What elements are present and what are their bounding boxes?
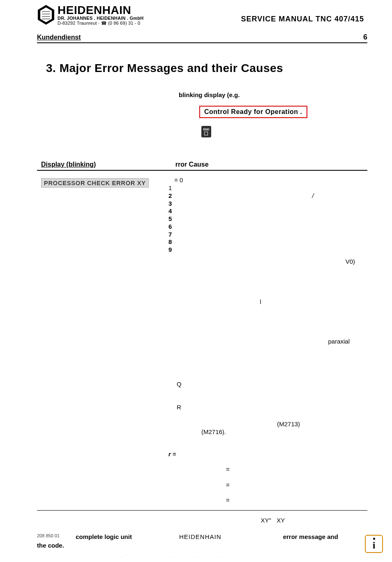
end-key-label: END: [203, 128, 209, 131]
end-line-1: The error message can be cancelled by pr…: [76, 125, 201, 139]
x-key: 5: [168, 215, 185, 223]
x-row: 4CPU 68000: division by zero: [168, 207, 367, 215]
y-row: 6 (no function): [168, 314, 367, 321]
x-row: 3CPU 68000: illegal command: [168, 200, 367, 208]
x-key: 3: [168, 200, 185, 208]
x-value: CPU 68000: CHK-TRAPV commands: [191, 215, 294, 223]
y-row: 1 Main program faulty (IC-P4): [168, 275, 367, 283]
x-key: 6: [168, 223, 185, 231]
para-paraxial: Filed main program would lead to a parax…: [168, 338, 367, 353]
intro-l1-after: inverse in the display head line.: [243, 91, 329, 98]
control-ready-row: Control Ready for Operation .: [37, 106, 367, 118]
footer-paragraph: If the error message "Processor check er…: [37, 516, 367, 550]
intro-line-1: Major Errors are displayed in the blinki…: [37, 91, 367, 98]
x-value: CPU 68000 has failed self-test (TRAP and…: [191, 184, 361, 192]
processor-check-box: PROCESSOR CHECK ERROR XY: [41, 178, 149, 188]
para-m2713: Calling axis: tool axis (M2713) plane ax…: [168, 420, 367, 436]
para-q-r: NC error message during arithmetic opera…: [168, 357, 367, 419]
x-code-list: X = 0CRC sum of the EPROMs is wrong1CPU …: [168, 176, 367, 254]
y-code-list: Y = 0 Main program faulty (IC-P5, only i…: [168, 267, 367, 321]
table-header-row: Display (blinking) Error Cause: [37, 161, 367, 171]
kundendienst-row: Kundendienst 6: [37, 33, 367, 43]
y-v0: V0): [346, 258, 367, 266]
x-key: 8: [168, 238, 185, 246]
control-ready-box: Control Ready for Operation .: [199, 106, 307, 118]
address-line: D-83292 Traunreut · ☎ (0 86 69) 31 - 0: [58, 21, 143, 26]
x-row: 8CPU 68000: undefined interrupt triggere…: [168, 238, 367, 246]
x-key: 9: [168, 246, 185, 254]
brand-name: HEIDENHAIN: [58, 4, 143, 16]
x-key: 7: [168, 231, 185, 239]
x-value: CPU 68000: privilege violation: [191, 223, 274, 231]
section-title: 3. Major Error Messages and their Causes: [46, 62, 367, 75]
y-row: 2 Main program or export restriction fau…: [168, 283, 367, 290]
y-row: 3 NC texts faulty (IC-P6): [168, 290, 367, 298]
x-value: CRC sum of the EPROMs is wrong: [191, 176, 287, 184]
x-value: CPU 68000: division by zero: [191, 207, 269, 215]
manual-title: SERVICE MANUAL TNC 407/415: [241, 7, 367, 23]
bottom-rule: [37, 510, 367, 511]
end-line-2b: key (instead of: [302, 139, 367, 146]
intro-l1-left: Major Errors are displayed in the: [37, 91, 179, 98]
x-value: (no function): [191, 231, 226, 239]
page-noise: [0, 550, 392, 562]
header: HEIDENHAIN DR. JOHANNES . HEIDENHAIN . G…: [37, 0, 367, 26]
para-r-eq: r = = 0 coordinates for circle centre 84…: [168, 443, 367, 504]
x-row: 6CPU 68000: privilege violation: [168, 223, 367, 231]
y-header: Y is only displayed if X indicated an EP…: [168, 258, 367, 266]
col-error-cause: X = 0CRC sum of the EPROMs is wrong1CPU …: [168, 176, 367, 504]
th-display: Display (blinking): [37, 161, 173, 168]
x-key: 2: [168, 192, 185, 200]
table-body: PROCESSOR CHECK ERROR XY X = 0CRC sum of…: [37, 176, 367, 504]
x-row: 5CPU 68000: CHK-TRAPV commands: [168, 215, 367, 223]
b-the-code: the code.: [37, 542, 64, 549]
page-number: 6: [363, 33, 367, 42]
x-row: X = 0CRC sum of the EPROMs is wrong: [168, 176, 367, 184]
end-row-2: switching off the main switch). key (ins…: [37, 139, 367, 146]
x-value: (no function): [191, 246, 226, 254]
x-value: CPU 68000: address / bus error: [191, 192, 340, 200]
x-key: 1: [168, 184, 185, 192]
x-row: 7(no function): [168, 231, 367, 239]
x-key: 4: [168, 207, 185, 215]
x-value: CPU 68000: illegal command: [191, 200, 271, 208]
b-complete-logic-unit: complete logic unit: [76, 533, 132, 540]
y-row: Y = 0 Main program faulty (IC-P5, only i…: [168, 267, 367, 275]
blinking-display-label: blinking display (e.g.: [179, 91, 240, 98]
y-row: 4 PLC program faulty (IC-P2)l: [168, 298, 367, 306]
x-key: X = 0: [168, 176, 185, 184]
b-error-message-and: error message and: [283, 533, 338, 540]
x-value: CPU 68000: undefined interrupt triggered: [191, 238, 304, 246]
logo-block: HEIDENHAIN DR. JOHANNES . HEIDENHAIN . G…: [37, 4, 143, 26]
logo-icon: [37, 4, 55, 26]
kundendienst-label: Kundendienst: [37, 34, 81, 41]
end-key-icon[interactable]: END: [201, 126, 211, 137]
x-row: 1CPU 68000 has failed self-test (TRAP an…: [168, 184, 367, 192]
th-error-cause: Error Cause: [173, 161, 209, 168]
end-row: The error message can be cancelled by pr…: [37, 125, 367, 139]
x-row: 9(no function): [168, 246, 367, 254]
col-display: PROCESSOR CHECK ERROR XY: [37, 176, 168, 504]
y-row: 5 Dialog texts faulty (IC-P7 or IC-P8): [168, 306, 367, 314]
x-row: 2CPU 68000: address / bus error: [168, 192, 367, 200]
end-line-2a: switching off the main switch).: [76, 139, 158, 146]
document-number: 208 850 01: [37, 533, 60, 538]
heidenhain-inline: HEIDENHAIN: [179, 533, 221, 540]
